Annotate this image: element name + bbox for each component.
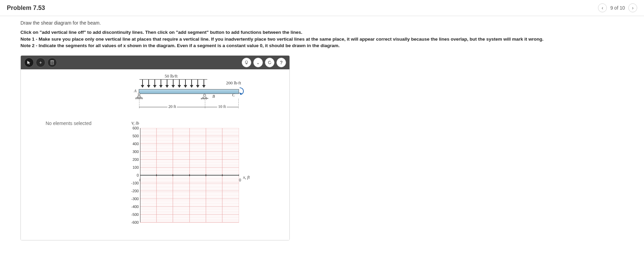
y-tick: 300: [131, 150, 139, 154]
toolbar-left: +: [24, 58, 57, 67]
help-button[interactable]: ?: [276, 58, 286, 67]
dropdown-button[interactable]: ⌄: [253, 58, 263, 67]
prev-button[interactable]: ‹: [598, 3, 607, 12]
shear-graph[interactable]: V, lb x, ft 600 500 400 300 200 100 0 -1…: [131, 122, 254, 228]
span-bc-label: 10 ft: [217, 104, 227, 109]
y-tick: 200: [131, 157, 139, 162]
notes-line-2: Note 1 - Make sure you place only one ve…: [20, 36, 624, 43]
svg-point-4: [245, 61, 248, 63]
plus-icon: +: [39, 60, 42, 65]
down-arrow-icon: [152, 80, 158, 88]
notes-block: Click on "add vertical line off" to add …: [20, 29, 624, 49]
y-tick: -300: [131, 197, 139, 201]
page-header: Problem 7.53 ‹ 9 of 10 ›: [0, 0, 644, 16]
down-arrow-icon: [158, 80, 164, 88]
span-ab-label: 20 ft: [167, 104, 177, 109]
svg-point-15: [204, 94, 206, 96]
point-b-label: B: [212, 94, 215, 99]
toolbar: +: [21, 56, 289, 69]
point-a-label: A: [134, 88, 136, 94]
workspace-panel: +: [20, 55, 290, 240]
svg-rect-0: [51, 61, 54, 65]
question-icon: ?: [280, 60, 283, 65]
hint-button[interactable]: [242, 58, 251, 67]
down-arrow-icon: [182, 80, 189, 88]
diagram-panel[interactable]: 50 lb/ft 200 lb·ft: [116, 69, 289, 240]
y-tick: 100: [131, 165, 139, 169]
x-axis-label: x, ft: [243, 175, 250, 180]
y-tick: 400: [131, 142, 139, 146]
y-tick: -100: [131, 181, 139, 185]
moment-label: 200 lb·ft: [226, 80, 241, 86]
page-counter: 9 of 10: [610, 5, 625, 11]
graph-grid[interactable]: [140, 128, 239, 224]
down-arrow-icon: [176, 80, 182, 88]
next-button[interactable]: ›: [628, 3, 637, 12]
svg-rect-5: [246, 63, 247, 64]
chevron-left-icon: ‹: [602, 5, 603, 11]
y-tick: -400: [131, 205, 139, 209]
problem-title: Problem 7.53: [7, 4, 45, 12]
pointer-tool-button[interactable]: [24, 58, 34, 67]
dim-tick: [238, 99, 239, 108]
delete-button[interactable]: [47, 58, 57, 67]
beam-body: [139, 89, 239, 94]
y-tick: -200: [131, 189, 139, 193]
load-arrows: [139, 80, 207, 88]
down-arrow-icon: [170, 80, 176, 88]
canvas-area: No elements selected 50 lb/ft 200 lb·ft: [21, 69, 289, 240]
content-area: Draw the shear diagram for the beam. Cli…: [0, 16, 644, 245]
trash-icon: [50, 60, 54, 65]
reset-button[interactable]: [265, 58, 274, 67]
svg-point-7: [138, 93, 140, 95]
down-arrow-icon: [201, 80, 207, 88]
distributed-load-label: 50 lb/ft: [165, 73, 178, 79]
down-arrow-icon: [139, 80, 146, 88]
selection-panel: No elements selected: [21, 69, 116, 240]
nav-group: ‹ 9 of 10 ›: [598, 3, 637, 12]
point-c-label: C: [232, 93, 235, 98]
add-button[interactable]: +: [36, 58, 45, 67]
y-tick: -500: [131, 212, 139, 217]
svg-rect-1: [50, 60, 54, 61]
lightbulb-icon: [244, 60, 249, 65]
down-arrow-icon: [146, 80, 152, 88]
down-arrow-icon: [189, 80, 195, 88]
chevron-right-icon: ›: [632, 5, 634, 11]
toolbar-right: ⌄ ?: [242, 58, 286, 67]
y-tick: 500: [131, 134, 139, 138]
notes-line-3: Note 2 - Indicate the segments for all v…: [20, 42, 624, 49]
moment-arrow-icon: [238, 86, 246, 97]
instruction-text: Draw the shear diagram for the beam.: [20, 20, 624, 26]
y-axis-label: V, lb: [131, 121, 139, 126]
beam-figure: 50 lb/ft 200 lb·ft: [137, 74, 249, 119]
refresh-icon: [267, 60, 272, 65]
y-tick: 0: [131, 173, 139, 177]
y-tick: -600: [131, 220, 139, 224]
chevron-down-icon: ⌄: [256, 60, 260, 65]
pointer-icon: [27, 60, 31, 65]
down-arrow-icon: [195, 80, 201, 88]
y-tick: 600: [131, 126, 139, 130]
selection-status: No elements selected: [46, 121, 92, 126]
notes-line-1: Click on "add vertical line off" to add …: [20, 29, 624, 36]
down-arrow-icon: [164, 80, 170, 88]
roller-support-icon: [201, 94, 208, 101]
